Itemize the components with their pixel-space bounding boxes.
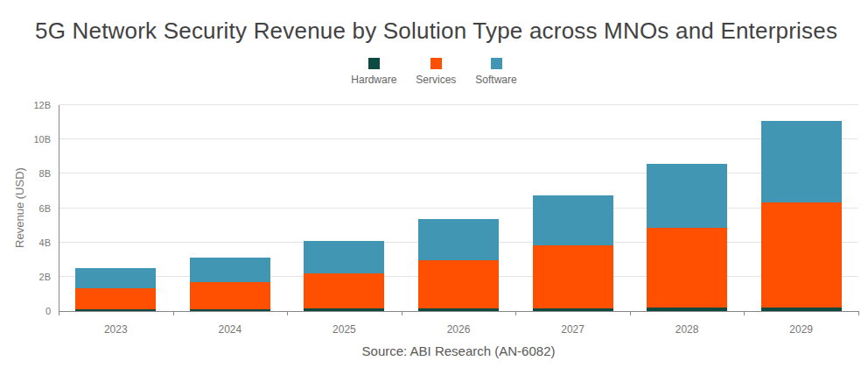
chart-title: 5G Network Security Revenue by Solution …: [35, 18, 837, 45]
legend-label: Software: [475, 74, 516, 86]
x-tick-label-2023: 2023: [59, 323, 173, 336]
bar-segment-2023-software[interactable]: [75, 268, 156, 288]
gridline: [59, 138, 858, 139]
legend-swatch-software-icon: [491, 58, 502, 69]
bar-segment-2023-hardware[interactable]: [75, 309, 156, 311]
x-axis-tick: [744, 311, 745, 315]
bar-segment-2025-software[interactable]: [304, 241, 384, 273]
x-axis-tick: [287, 311, 288, 315]
bar-segment-2023-services[interactable]: [75, 288, 156, 309]
legend: HardwareServicesSoftware: [0, 58, 868, 86]
bar-segment-2024-hardware[interactable]: [190, 309, 270, 311]
x-tick-label-2026: 2026: [402, 323, 516, 336]
legend-item-hardware[interactable]: Hardware: [351, 58, 396, 86]
x-tick-label-2024: 2024: [173, 323, 288, 336]
y-tick-label: 2B: [16, 272, 51, 282]
x-tick-label-2025: 2025: [287, 323, 402, 336]
bar-segment-2027-services[interactable]: [533, 245, 613, 308]
bar-segment-2028-hardware[interactable]: [647, 308, 727, 311]
y-tick-label: 10B: [16, 134, 51, 145]
y-tick-label: 0: [16, 306, 51, 316]
gridline: [59, 208, 858, 209]
bar-segment-2025-hardware[interactable]: [304, 308, 384, 311]
bar-segment-2027-software[interactable]: [533, 195, 613, 245]
report-canvas: 5G Network Security Revenue by Solution …: [0, 0, 868, 368]
legend-swatch-hardware-icon: [368, 58, 380, 69]
x-axis-tick: [858, 311, 859, 315]
y-tick-label: 4B: [16, 237, 51, 248]
y-tick-label: 12B: [16, 100, 51, 110]
bar-segment-2026-services[interactable]: [418, 260, 499, 308]
bar-segment-2024-software[interactable]: [190, 258, 270, 282]
gridline: [59, 173, 858, 173]
source-caption: Source: ABI Research (AN-6082): [362, 343, 556, 358]
bar-segment-2029-software[interactable]: [761, 121, 842, 202]
y-axis-line: [59, 105, 60, 311]
x-axis-tick: [630, 311, 631, 315]
y-tick-label: 8B: [16, 168, 51, 179]
bar-segment-2024-services[interactable]: [190, 282, 270, 308]
gridline: [59, 104, 858, 105]
bar-segment-2025-services[interactable]: [304, 273, 384, 309]
bar-segment-2029-services[interactable]: [761, 202, 842, 308]
bar-segment-2028-services[interactable]: [647, 228, 727, 308]
x-axis-tick: [402, 311, 402, 315]
legend-label: Services: [416, 74, 456, 86]
bar-segment-2029-hardware[interactable]: [761, 308, 842, 311]
x-axis-tick: [59, 311, 60, 315]
legend-item-services[interactable]: Services: [416, 58, 456, 86]
bar-segment-2026-hardware[interactable]: [418, 308, 499, 311]
legend-label: Hardware: [351, 74, 396, 86]
legend-item-software[interactable]: Software: [475, 58, 516, 86]
x-tick-label-2027: 2027: [515, 323, 630, 336]
bar-segment-2026-software[interactable]: [418, 219, 499, 260]
x-axis-tick: [173, 311, 174, 315]
x-axis-line: [59, 311, 858, 312]
x-tick-label-2029: 2029: [744, 323, 858, 336]
y-tick-label: 6B: [16, 203, 51, 214]
bar-segment-2028-software[interactable]: [647, 164, 727, 228]
x-tick-label-2028: 2028: [630, 323, 745, 336]
bar-segment-2027-hardware[interactable]: [533, 308, 613, 311]
legend-swatch-services-icon: [430, 58, 442, 69]
x-axis-tick: [515, 311, 516, 315]
